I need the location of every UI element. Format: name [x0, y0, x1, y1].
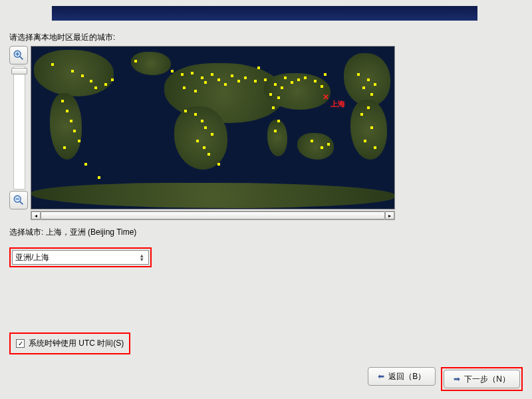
map-area: ✕上海 ◂ ▸: [9, 46, 396, 220]
city-dot[interactable]: [211, 73, 213, 76]
zoom-slider[interactable]: [13, 66, 25, 190]
city-dot[interactable]: [194, 113, 197, 116]
city-dot[interactable]: [370, 93, 373, 96]
city-dot[interactable]: [364, 140, 366, 142]
city-dot[interactable]: [304, 76, 307, 79]
zoom-in-button[interactable]: [9, 46, 28, 65]
city-dot[interactable]: [184, 110, 187, 112]
city-dot[interactable]: [207, 153, 210, 156]
city-dot[interactable]: [370, 126, 373, 129]
chevron-left-icon: ◂: [35, 213, 37, 219]
city-dot[interactable]: [269, 93, 272, 96]
landmass: [267, 120, 287, 156]
scroll-left-button[interactable]: ◂: [31, 211, 41, 219]
city-dot[interactable]: [134, 60, 137, 63]
timezone-combobox[interactable]: 亚洲/上海 ▴▾: [12, 250, 149, 265]
city-dot[interactable]: [374, 146, 376, 149]
zoom-out-button[interactable]: [9, 191, 28, 209]
city-dot[interactable]: [327, 143, 330, 146]
selected-city-label: 选择城市: 上海，亚洲 (Beijing Time): [9, 227, 523, 238]
city-dot[interactable]: [217, 78, 220, 81]
city-dot[interactable]: [324, 73, 327, 76]
city-dot[interactable]: [284, 76, 287, 79]
utc-checkbox[interactable]: ✓ 系统时钟使用 UTC 时间(S): [16, 338, 124, 349]
city-dot[interactable]: [360, 113, 363, 116]
city-dot[interactable]: [321, 85, 323, 88]
city-dot[interactable]: [181, 73, 184, 76]
city-dot[interactable]: [78, 140, 80, 142]
city-dot[interactable]: [63, 146, 66, 149]
city-dot[interactable]: [203, 146, 205, 149]
landmass: [34, 50, 114, 96]
city-dot[interactable]: [291, 81, 293, 84]
world-map[interactable]: ✕上海: [31, 46, 395, 209]
city-dot[interactable]: [194, 90, 197, 92]
city-dot[interactable]: [183, 86, 186, 89]
city-dot[interactable]: [362, 86, 365, 89]
city-dot[interactable]: [71, 70, 74, 72]
scroll-track[interactable]: [41, 211, 385, 219]
city-dot[interactable]: [224, 83, 227, 86]
city-dot[interactable]: [277, 96, 280, 99]
checkbox-box[interactable]: ✓: [16, 339, 25, 348]
city-dot[interactable]: [357, 73, 360, 76]
city-dot[interactable]: [90, 80, 92, 82]
city-dot[interactable]: [66, 110, 68, 112]
city-dot[interactable]: [201, 120, 203, 122]
city-dot[interactable]: [196, 140, 199, 142]
city-dot[interactable]: [81, 74, 84, 77]
svg-line-5: [20, 201, 23, 205]
city-dot[interactable]: [237, 80, 240, 82]
city-dot[interactable]: [244, 76, 247, 79]
back-button[interactable]: ⬅ 返回（B）: [368, 367, 436, 386]
city-dot[interactable]: [217, 163, 220, 166]
scroll-right-button[interactable]: ▸: [385, 211, 394, 219]
city-dot[interactable]: [191, 72, 194, 74]
check-icon: ✓: [18, 340, 23, 347]
city-dot[interactable]: [314, 80, 317, 82]
arrow-right-icon: ➡: [454, 374, 460, 384]
city-dot[interactable]: [211, 133, 213, 136]
utc-checkbox-highlight: ✓ 系统时钟使用 UTC 时间(S): [9, 332, 130, 354]
arrow-left-icon: ⬅: [378, 372, 384, 381]
zoom-slider-handle[interactable]: [11, 68, 27, 74]
next-button[interactable]: ➡ 下一步（N）: [444, 370, 520, 388]
city-dot[interactable]: [297, 78, 300, 81]
city-dot[interactable]: [111, 78, 114, 81]
city-dot[interactable]: [264, 78, 267, 81]
city-dot[interactable]: [311, 140, 313, 142]
city-dot[interactable]: [204, 81, 207, 84]
map-horizontal-scrollbar[interactable]: ◂ ▸: [31, 211, 395, 220]
city-dot[interactable]: [321, 146, 323, 149]
timezone-prompt: 请选择离本地时区最近的城市:: [9, 32, 523, 43]
city-dot[interactable]: [201, 76, 203, 79]
city-dot[interactable]: [367, 78, 370, 81]
timezone-combobox-value: 亚洲/上海: [15, 252, 138, 263]
city-dot[interactable]: [254, 80, 257, 82]
city-dot[interactable]: [374, 83, 376, 86]
city-dot[interactable]: [367, 106, 370, 109]
city-dot[interactable]: [274, 130, 277, 132]
city-dot[interactable]: [84, 163, 87, 166]
city-dot[interactable]: [70, 120, 72, 122]
city-dot[interactable]: [277, 120, 280, 122]
city-dot[interactable]: [104, 83, 107, 86]
scroll-thumb[interactable]: [41, 211, 385, 219]
city-dot[interactable]: [73, 130, 76, 132]
header-banner: [52, 6, 477, 21]
city-dot[interactable]: [274, 83, 277, 86]
city-dot[interactable]: [51, 63, 54, 66]
city-dot[interactable]: [61, 100, 64, 102]
chevron-right-icon: ▸: [388, 213, 391, 219]
city-dot[interactable]: [231, 74, 233, 77]
svg-line-1: [20, 57, 23, 60]
city-dot[interactable]: [257, 66, 260, 69]
city-dot[interactable]: [98, 176, 100, 179]
city-dot[interactable]: [272, 106, 275, 109]
city-dot[interactable]: [281, 86, 283, 89]
landmass: [131, 52, 171, 75]
city-dot[interactable]: [171, 70, 174, 72]
back-button-label: 返回（B）: [388, 371, 426, 382]
city-dot[interactable]: [94, 86, 97, 89]
city-dot[interactable]: [204, 126, 207, 129]
